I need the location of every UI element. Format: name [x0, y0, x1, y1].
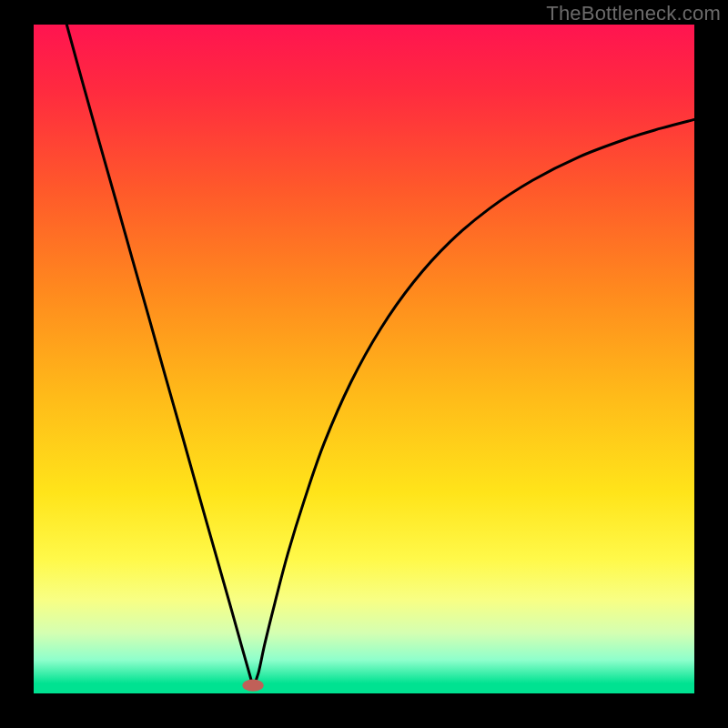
chart-frame: TheBottleneck.com	[0, 0, 728, 728]
watermark-text: TheBottleneck.com	[546, 2, 721, 25]
bottleneck-curve-chart	[0, 0, 728, 728]
minimum-marker	[242, 680, 263, 692]
